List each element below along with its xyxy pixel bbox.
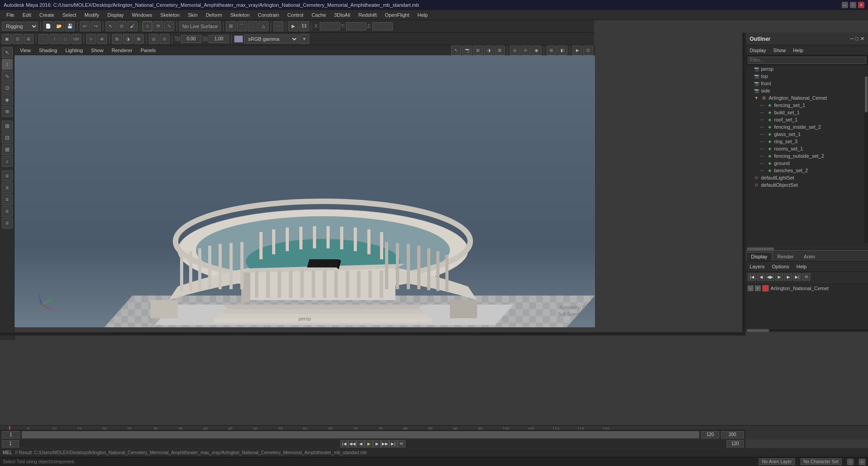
go-end-btn[interactable]: ▶|	[793, 273, 801, 281]
select-btn[interactable]: ↖	[106, 21, 116, 31]
ipr-btn[interactable]: 🎞	[299, 21, 309, 31]
outliner-search-input[interactable]	[748, 57, 866, 64]
color-swatch[interactable]	[234, 35, 243, 43]
wireframe-btn[interactable]: ⊞	[112, 34, 122, 44]
vp-ao-btn[interactable]: ⊙	[521, 45, 531, 55]
tree-item-rooms-set[interactable]: — ◈ rooms_set_1	[746, 145, 868, 152]
outliner-minimize-btn[interactable]: ─	[850, 36, 854, 42]
display-btn[interactable]: ⊙	[160, 34, 170, 44]
play-back-btn[interactable]: ◀▶	[766, 273, 774, 281]
snap-surface-btn[interactable]: △	[258, 21, 268, 31]
snap-curve-btn[interactable]: ⌒	[237, 21, 247, 31]
outliner-menu-display[interactable]: Display	[748, 47, 768, 54]
snap-grid-btn[interactable]: ⊞	[226, 21, 236, 31]
minimize-button[interactable]: ─	[842, 2, 848, 8]
vertex-btn[interactable]: ·	[39, 34, 49, 44]
menu-3dtoali[interactable]: 3DtoAli	[331, 11, 354, 19]
prev-key-btn[interactable]: ◀◀	[348, 440, 356, 447]
face-btn[interactable]: □	[60, 34, 70, 44]
vp-menu-lighting[interactable]: Lighting	[62, 47, 87, 54]
edge-btn[interactable]: /	[49, 34, 59, 44]
y-input[interactable]	[346, 22, 366, 30]
menu-skin[interactable]: Skin	[184, 11, 201, 19]
vp-menu-show[interactable]: Show	[88, 47, 107, 54]
outliner-menu-show[interactable]: Show	[771, 47, 788, 54]
range-slider[interactable]	[22, 431, 699, 438]
uv-btn[interactable]: UV	[71, 34, 81, 44]
vp-cam-btn[interactable]: 📷	[462, 45, 472, 55]
sound-btn[interactable]: ♪	[2, 156, 13, 167]
snap1-btn[interactable]: ⊹	[86, 34, 96, 44]
tree-item-default-object-set[interactable]: ⊙ defaultObjectSet	[746, 181, 868, 189]
cb-menu-options[interactable]: Options	[770, 263, 791, 270]
step-back-transport-btn[interactable]: ◀	[356, 440, 365, 447]
scroll-thumb[interactable]	[746, 329, 769, 332]
z-input[interactable]	[372, 22, 393, 30]
vp-menu-view[interactable]: View	[16, 47, 34, 54]
outliner-bottom-h-scroll[interactable]	[746, 328, 868, 332]
tree-item-front[interactable]: 📷 front	[746, 80, 868, 87]
vp-shadow-btn[interactable]: ◎	[510, 45, 520, 55]
select-tool-btn[interactable]: ↖	[2, 47, 13, 58]
go-end-transport-btn[interactable]: ▶|	[389, 440, 397, 447]
open-file-btn[interactable]: 📂	[54, 21, 64, 31]
menu-display[interactable]: Display	[104, 11, 127, 19]
maximize-button[interactable]: □	[850, 2, 856, 8]
layer-mgr-btn[interactable]: ≡	[2, 170, 13, 181]
menu-constrain[interactable]: Constrain	[254, 11, 283, 19]
obj-select-btn[interactable]: ▣	[2, 34, 12, 44]
tree-item-top[interactable]: 📷 top	[746, 73, 868, 80]
no-live-surface-btn[interactable]: No Live Surface	[179, 21, 221, 31]
mode-dropdown[interactable]: Rigging	[2, 22, 38, 31]
step-fwd-btn[interactable]: ▶	[784, 273, 792, 281]
tree-item-scene-root[interactable]: ▼ ⊞ Arlington_National_Cemet	[746, 94, 868, 102]
go-start-transport-btn[interactable]: |◀	[340, 440, 348, 447]
close-button[interactable]: ✕	[858, 2, 864, 8]
cb-menu-layers[interactable]: Layers	[748, 263, 766, 270]
save-file-btn[interactable]: 💾	[65, 21, 75, 31]
outliner-v-scrollbar-thumb[interactable]	[865, 76, 868, 112]
outliner-close-btn[interactable]: ✕	[860, 36, 864, 42]
anim-layer-btn[interactable]: ⊠	[2, 144, 13, 155]
viewport-3d[interactable]: persp Symmetry: Off Soft Select: Off Y X…	[15, 55, 595, 327]
outliner-v-scrollbar[interactable]	[864, 75, 868, 243]
undo-btn[interactable]: ↩	[80, 21, 90, 31]
menu-edit[interactable]: Edit	[19, 11, 35, 19]
scale-btn[interactable]: ⤡	[164, 21, 174, 31]
vp-hud-btn[interactable]: ◧	[557, 45, 567, 55]
menu-redshift[interactable]: Redshift	[355, 11, 380, 19]
vp-menu-shading[interactable]: Shading	[35, 47, 61, 54]
display-layer-btn[interactable]: ⊞	[2, 121, 13, 131]
vp-tex-btn[interactable]: ⊠	[495, 45, 505, 55]
menu-deform[interactable]: Deform	[202, 11, 226, 19]
new-file-btn[interactable]: 📄	[43, 21, 53, 31]
tree-item-persp[interactable]: 📷 persp	[746, 65, 868, 73]
menu-file[interactable]: File	[3, 11, 18, 19]
fluids-btn[interactable]: ≋	[2, 106, 13, 117]
menu-windows[interactable]: Windows	[128, 11, 156, 19]
tree-item-ring-set[interactable]: — ◈ ring_set_3	[746, 138, 868, 145]
tree-item-fencing-set-1[interactable]: — ◈ fencing_set_1	[746, 102, 868, 109]
end-frame-input[interactable]	[727, 440, 744, 447]
paint-select-btn[interactable]: 🖌	[127, 21, 137, 31]
menu-cache[interactable]: Cache	[308, 11, 330, 19]
range-start-input[interactable]	[2, 431, 20, 438]
render-btn[interactable]: ▶	[288, 21, 298, 31]
menu-openflight[interactable]: OpenFlight	[381, 11, 413, 19]
gamma-dropdown[interactable]: sRGB gamma	[244, 34, 298, 44]
vp-menu-renderer[interactable]: Renderer	[108, 47, 136, 54]
tree-item-side[interactable]: 📷 side	[746, 87, 868, 94]
vp-isolate-btn[interactable]: ⊡	[583, 45, 593, 55]
tree-item-ground[interactable]: — ◈ ground	[746, 160, 868, 167]
redo-btn[interactable]: ↪	[91, 21, 101, 31]
layer-color-swatch[interactable]	[762, 285, 769, 291]
snap2-btn[interactable]: ⊕	[97, 34, 107, 44]
textured-btn[interactable]: ⊠	[134, 34, 144, 44]
no-character-set-badge[interactable]: No Character Set	[800, 458, 842, 465]
range-end-input[interactable]	[701, 431, 719, 438]
x-input[interactable]	[320, 22, 340, 30]
layer-visibility-check[interactable]: V	[748, 286, 753, 291]
hier-select-btn[interactable]: ⊞	[24, 34, 34, 44]
tree-item-fencing-outside[interactable]: — ◈ fencing_outside_set_2	[746, 152, 868, 160]
attr-editor-btn[interactable]: ≡	[2, 194, 13, 205]
